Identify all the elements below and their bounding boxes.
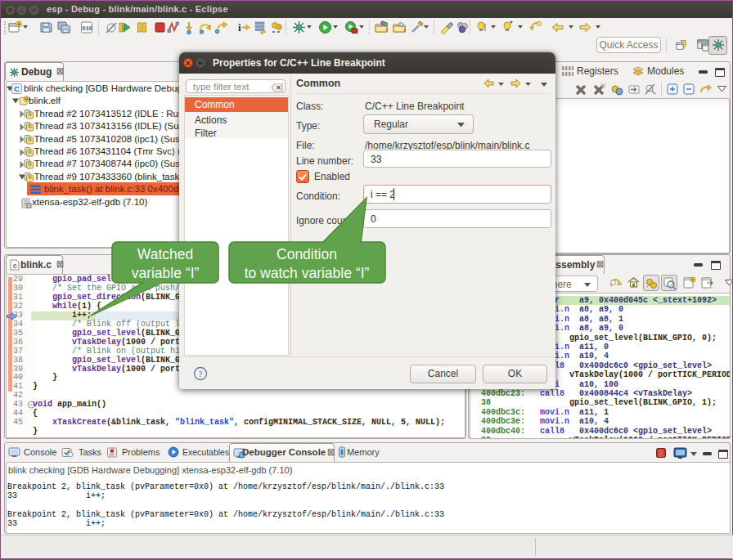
svg-text:c: c <box>13 262 17 270</box>
svg-text:?: ? <box>199 369 203 379</box>
svg-text:i: i <box>238 21 241 34</box>
svg-text:010: 010 <box>82 25 92 32</box>
svg-text:C: C <box>14 85 20 93</box>
